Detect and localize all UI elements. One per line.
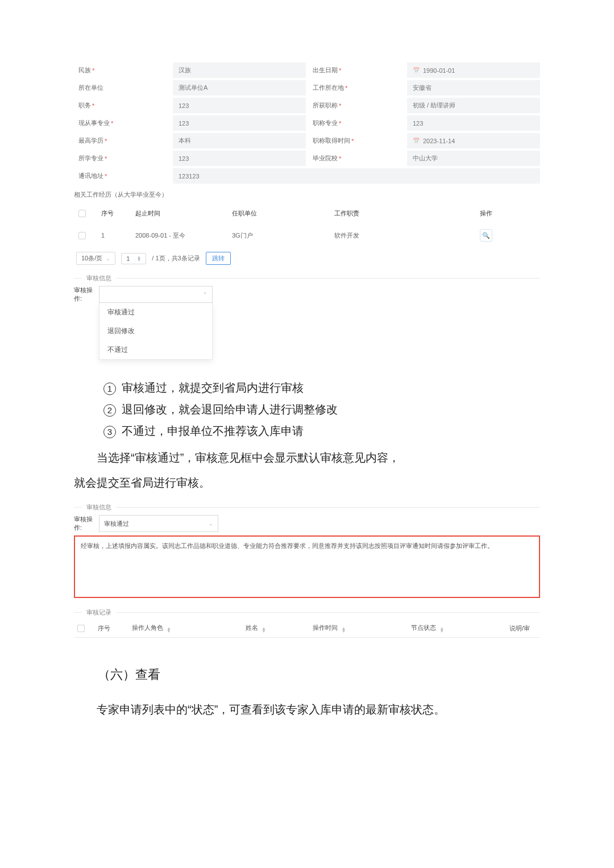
value-study-major[interactable]: 123 <box>173 151 306 166</box>
view-icon[interactable]: 🔍 <box>480 229 492 242</box>
opt-pass[interactable]: 审核通过 <box>99 303 212 322</box>
log-col-idx: 序号 <box>94 619 128 638</box>
checkbox-row[interactable] <box>78 232 86 239</box>
log-col-role[interactable]: 操作人角色▲▼ <box>128 619 242 638</box>
label-title-major: 职称专业* <box>308 115 405 131</box>
label-ethnicity: 民族* <box>74 63 171 78</box>
checkbox-all[interactable] <box>78 210 86 217</box>
page-number-input[interactable]: 1▲▼ <box>121 253 146 264</box>
sort-icon: ▲▼ <box>341 627 346 633</box>
value-workplace[interactable]: 安徽省 <box>407 80 540 95</box>
opt-reject[interactable]: 不通过 <box>99 340 212 359</box>
calendar-icon: 📅 <box>413 67 420 73</box>
value-title-major[interactable]: 123 <box>407 115 540 131</box>
label-title-got: 所获职称* <box>308 98 405 113</box>
cell-unit: 3G门户 <box>227 223 330 247</box>
audit-notes: 1审核通过，就提交到省局内进行审核 2退回修改，就会退回给申请人进行调整修改 3… <box>103 377 540 442</box>
label-title-date: 职称取得时间* <box>308 133 405 148</box>
label-grad-school: 毕业院校* <box>308 151 405 166</box>
sort-icon: ▲▼ <box>439 627 444 633</box>
work-history-title: 相关工作经历（从大学毕业至今） <box>74 186 540 203</box>
cell-idx: 1 <box>97 223 131 247</box>
chevron-down-icon: ⌄ <box>106 256 110 261</box>
sort-icon: ▲▼ <box>167 627 171 633</box>
value-grad-school[interactable]: 中山大学 <box>407 151 540 166</box>
page-size-select[interactable]: 10条/页⌄ <box>76 252 115 265</box>
col-unit: 任职单位 <box>227 203 330 223</box>
sort-icon: ▲▼ <box>262 627 266 633</box>
stepper-icon: ▲▼ <box>136 256 141 261</box>
personal-info-form: 民族* 汉族 出生日期* 📅1990-01-01 所在单位 测试单位A 工作所在… <box>74 63 540 360</box>
label-workplace: 工作所在地* <box>308 80 405 95</box>
value-addr[interactable]: 123123 <box>173 168 540 184</box>
checkbox-all-log[interactable] <box>77 625 85 632</box>
chevron-down-icon: ⌄ <box>209 521 213 526</box>
pager: 10条/页⌄ 1▲▼ / 1页，共3条记录 跳转 <box>74 247 540 267</box>
label-birth: 出生日期* <box>308 63 405 78</box>
audit-log-table: 序号 操作人角色▲▼ 姓名▲▼ 操作时间▲▼ 节点状态▲▼ 说明/审 <box>74 619 540 638</box>
audit-opinion-textarea[interactable]: 经审核，上述填报内容属实。该同志工作品德和职业道德、专业能力符合推荐要求，同意推… <box>74 535 540 598</box>
section-6-heading: （六）查看 <box>98 666 540 683</box>
label-duty: 职务* <box>74 98 171 113</box>
label-unit: 所在单位 <box>74 80 171 95</box>
section-6-paragraph: 专家申请列表中的“状态”，可查看到该专家入库申请的最新审核状态。 <box>74 697 540 722</box>
log-col-status[interactable]: 节点状态▲▼ <box>408 619 506 638</box>
table-row: 1 2008-09-01 - 至今 3G门户 软件开发 🔍 <box>74 223 540 247</box>
audit-op-dropdown: 审核通过 退回修改 不通过 <box>99 303 213 360</box>
value-unit[interactable]: 测试单位A <box>173 80 306 95</box>
audit-info-block-2: 审核信息 审核操作: 审核通过⌄ 经审核，上述填报内容属实。该同志工作品德和职业… <box>74 503 540 638</box>
audit-op-label: 审核操作: <box>74 286 99 303</box>
log-col-remark: 说明/审 <box>506 619 540 638</box>
calendar-icon: 📅 <box>413 138 420 144</box>
value-edu[interactable]: 本科 <box>173 133 306 148</box>
value-title-date[interactable]: 📅2023-11-14 <box>407 133 540 148</box>
section-audit-log: 审核记录 <box>74 608 540 617</box>
page-info: / 1页，共3条记录 <box>152 254 200 263</box>
audit-op-label-2: 审核操作: <box>74 515 99 532</box>
label-study-major: 所学专业* <box>74 151 171 166</box>
opt-return[interactable]: 退回修改 <box>99 322 212 340</box>
section-audit-info: 审核信息 <box>74 274 540 283</box>
cell-period: 2008-09-01 - 至今 <box>131 223 227 247</box>
value-duty[interactable]: 123 <box>173 98 306 113</box>
col-job: 工作职责 <box>330 203 432 223</box>
col-op: 操作 <box>432 203 540 223</box>
value-major-now[interactable]: 123 <box>173 115 306 131</box>
value-birth[interactable]: 📅1990-01-01 <box>407 63 540 78</box>
chevron-up-icon: ⌃ <box>203 292 208 297</box>
value-title-got[interactable]: 初级 / 助理讲师 <box>407 98 540 113</box>
label-major-now: 现从事专业* <box>74 115 171 131</box>
label-addr: 通讯地址* <box>74 168 171 184</box>
work-history-table: 序号 起止时间 任职单位 工作职责 操作 1 2008-09-01 - 至今 3… <box>74 203 540 247</box>
cell-job: 软件开发 <box>330 223 432 247</box>
section-audit-info-2: 审核信息 <box>74 503 540 512</box>
note-paragraph-1: 当选择“审核通过”，审核意见框中会显示默认审核意见内容， <box>74 445 540 470</box>
col-period: 起止时间 <box>131 203 227 223</box>
col-idx: 序号 <box>97 203 131 223</box>
label-edu: 最高学历* <box>74 133 171 148</box>
note-paragraph-2: 就会提交至省局进行审核。 <box>74 470 540 495</box>
audit-op-select[interactable]: ⌃ <box>99 286 213 303</box>
log-col-name[interactable]: 姓名▲▼ <box>242 619 309 638</box>
log-col-time[interactable]: 操作时间▲▼ <box>309 619 408 638</box>
audit-op-select-2[interactable]: 审核通过⌄ <box>99 515 218 532</box>
jump-button[interactable]: 跳转 <box>206 252 231 265</box>
value-ethnicity[interactable]: 汉族 <box>173 63 306 78</box>
